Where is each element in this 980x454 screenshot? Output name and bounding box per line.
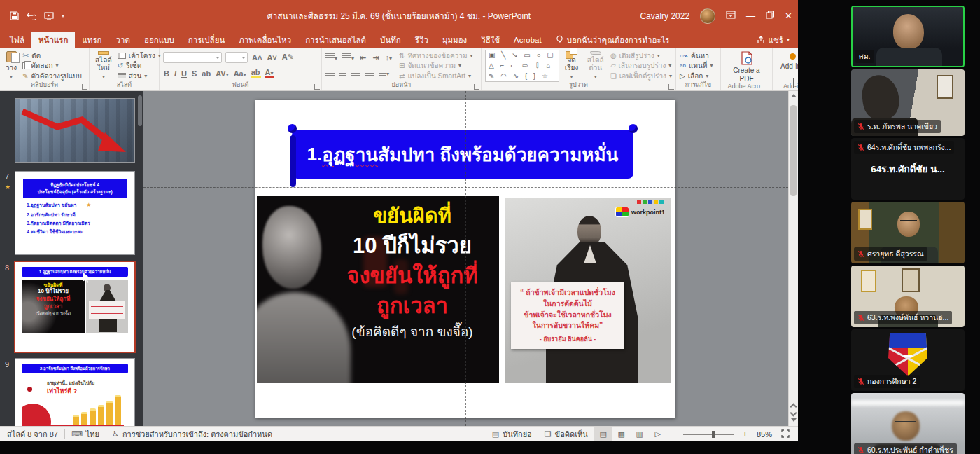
font-color-button[interactable]: A▾ — [265, 68, 274, 78]
minimize-button[interactable]: — — [746, 11, 755, 20]
zoom-out-button[interactable]: − — [667, 429, 678, 439]
quick-styles-button[interactable]: สไตล์ด่วน▾ — [584, 50, 606, 81]
scroll-up-arrow[interactable] — [791, 94, 797, 97]
thumbnail-slide-8-selected[interactable]: 1.อุฏฐานสัมปทา ถึงพร้อมด้วยความหมั่น ขยั… — [15, 262, 134, 352]
select-button[interactable]: ▷เลือก▾ — [680, 71, 713, 81]
confucius-image[interactable]: ขยันผิดที่ 10 ปีก็ไม่รวย จงขยันให้ถูกที่… — [257, 196, 499, 383]
participant-tile-3[interactable]: 64ร.ท.ศักดิ์ชัย น... 64ร.ท.ศักดิ์ชัย นพพ… — [851, 138, 965, 200]
tab-slideshow[interactable]: การนำเสนอสไลด์ — [298, 32, 373, 48]
addins-button[interactable]: Add-ins — [778, 50, 798, 81]
shape-fill-button[interactable]: ◍เติมสีรูปร่าง▾ — [610, 50, 672, 60]
accessibility-indicator[interactable]: ♿การช่วยสำหรับการเข้าถึง: ตรงตามข้อกำหนด — [106, 427, 279, 441]
tab-animations[interactable]: ภาพเคลื่อนไหว — [232, 32, 298, 48]
font-name-box[interactable] — [163, 52, 222, 63]
zoom-level[interactable]: 85% — [750, 427, 778, 441]
drawing-dialog-launcher[interactable] — [668, 84, 674, 90]
convert-smartart-button[interactable]: ⇄แปลงเป็น SmartArt▾ — [399, 71, 473, 81]
tab-help[interactable]: วิธีใช้ — [474, 32, 507, 48]
zoom-slider[interactable] — [683, 434, 734, 435]
italic-button[interactable]: I — [174, 69, 177, 78]
new-slide-button[interactable]: สไลด์ใหม่▾ — [93, 50, 114, 81]
tell-me-box[interactable]: บอกฉันว่าคุณต้องการทำอะไร — [549, 32, 677, 48]
share-button[interactable]: แชร์ ▾ — [748, 32, 798, 48]
restore-button[interactable] — [766, 11, 774, 21]
clipboard-dialog-launcher[interactable] — [82, 84, 88, 90]
cut-button[interactable]: ✂ตัด — [22, 50, 82, 60]
zoom-slider-thumb[interactable] — [712, 431, 715, 438]
tab-record[interactable]: บันทึก — [373, 32, 408, 48]
tab-home[interactable]: หน้าแรก — [31, 32, 75, 48]
replace-button[interactable]: abแทนที่▾ — [680, 61, 713, 71]
participant-tile-2[interactable]: ร.ท. ภัทรพล นาคเขียว — [851, 69, 965, 136]
zoom-in-button[interactable]: + — [739, 429, 750, 439]
tab-acrobat[interactable]: Acrobat — [507, 32, 549, 48]
thumbnail-slide-6[interactable] — [15, 99, 134, 162]
shrink-font-button[interactable]: A˅ — [266, 53, 277, 62]
highlight-color-button[interactable]: ab — [251, 68, 261, 78]
shape-effects-button[interactable]: ❏เอฟเฟ็กต์รูปร่าง▾ — [610, 71, 672, 81]
copy-button[interactable]: คัดลอก▾ — [22, 61, 82, 71]
fit-slide-button[interactable] — [778, 429, 792, 439]
align-right-button[interactable] — [351, 69, 360, 77]
participant-tile-6[interactable]: กองการศึกษา 2 — [851, 329, 965, 391]
align-left-button[interactable] — [326, 69, 335, 77]
text-direction-button[interactable]: ⇅ทิศทางของข้อความ▾ — [399, 50, 473, 60]
tab-insert[interactable]: แทรก — [75, 32, 108, 48]
numbering-button[interactable]: ▾ — [342, 53, 354, 62]
participant-tile-4[interactable]: ศรายุทธ ดีสุวรรณ — [851, 202, 965, 263]
participant-tile-5[interactable]: 63.ร.ท.พงษ์พันธ์ หวานอ่... — [851, 266, 965, 327]
paragraph-dialog-launcher[interactable] — [474, 84, 479, 90]
grow-font-button[interactable]: A˄ — [251, 53, 262, 62]
tab-transitions[interactable]: การเปลี่ยน — [181, 32, 232, 48]
layout-button[interactable]: เค้าโครง▾ — [118, 50, 161, 60]
customize-qat-icon[interactable]: ▾ — [62, 13, 64, 19]
tab-view[interactable]: มุมมอง — [435, 32, 474, 48]
comments-button[interactable]: ❏ข้อคิดเห็น — [538, 427, 594, 441]
font-size-box[interactable] — [225, 52, 248, 63]
language-indicator[interactable]: ⌨ไทย — [65, 427, 106, 441]
participant-tile-7[interactable]: 60.ร.ท.ประพันธ์ กำคำเพ็ชร — [851, 393, 965, 454]
font-dialog-launcher[interactable] — [314, 84, 320, 90]
participant-tile-1[interactable]: ศม. — [851, 6, 965, 67]
underline-button[interactable]: U — [181, 69, 188, 78]
reset-button[interactable]: ↺รีเซ็ต — [118, 61, 161, 71]
arrange-button[interactable]: จัดเรียง▾ — [563, 50, 581, 81]
align-center-button[interactable] — [340, 69, 346, 77]
tab-review[interactable]: รีวิว — [408, 32, 435, 48]
tab-design[interactable]: ออกแบบ — [137, 32, 181, 48]
line-spacing-button[interactable]: ↕▾ — [384, 53, 393, 62]
collapse-ribbon-button[interactable] — [793, 80, 794, 88]
tab-draw[interactable]: วาด — [109, 32, 137, 48]
decrease-indent-button[interactable]: ⇤ — [359, 53, 367, 62]
slide-number-indicator[interactable]: สไลด์ 8 จาก 87 — [6, 427, 64, 441]
shape-outline-button[interactable]: ▱เส้นกรอบรูปร่าง▾ — [610, 61, 672, 71]
slide-sorter-view-button[interactable]: ▦ — [612, 427, 631, 441]
undo-icon[interactable] — [27, 12, 36, 20]
find-button[interactable]: ○⌁ค้นหา — [680, 50, 713, 60]
slide-title-banner[interactable]: 1.อุฏฐานสัมปทา ถึงพร้อมด้วยความหมั่น — [292, 130, 634, 179]
section-button[interactable]: ส่วน▾ — [118, 71, 161, 81]
lincoln-image[interactable]: workpoint1 “ ถ้าข้าพเจ้ามีเวลาแปดชั่วโมง… — [505, 198, 671, 383]
paste-button[interactable]: วาง▾ — [4, 50, 19, 81]
thumbnail-slide-7[interactable]: ทิฏฐธัมมิกัตถประโยชน์ 4 ประโยชน์ปัจจุบัน… — [15, 172, 134, 254]
strikethrough2-button[interactable]: ab — [201, 69, 211, 78]
close-button[interactable]: ✕ — [785, 11, 792, 20]
increase-indent-button[interactable]: ⇥ — [372, 53, 379, 62]
normal-view-button[interactable]: ▤ — [594, 427, 612, 441]
create-pdf-button[interactable]: Create a PDF — [724, 50, 769, 81]
reading-view-button[interactable]: ▥ — [631, 427, 649, 441]
columns-button[interactable]: ▾ — [379, 69, 389, 77]
next-slide-button[interactable] — [790, 410, 797, 417]
tab-file[interactable]: ไฟล์ — [3, 32, 31, 48]
align-text-button[interactable]: ⊞จัดแนวข้อความ▾ — [399, 61, 473, 71]
strikethrough-button[interactable]: S — [191, 69, 197, 78]
start-slideshow-icon[interactable] — [44, 12, 54, 20]
thumbnail-slide-9[interactable]: 2.อารักขสัมปทา ถึงพร้อมด้วยการรักษา อายุ… — [15, 359, 134, 426]
clear-formatting-button[interactable]: A✎ — [281, 53, 295, 62]
scroll-down-arrow[interactable] — [791, 418, 797, 422]
shapes-gallery[interactable]: ▣ ╲ ↘ ▭ ○ ▢ △ ⌐ ⌙ ⇨ ⇩ ⌂ ✎ ◠ ∿ { } ☆ — [485, 50, 559, 82]
ribbon-display-options-icon[interactable] — [726, 11, 736, 21]
bullets-button[interactable]: ▾ — [326, 53, 337, 62]
justify-button[interactable] — [365, 69, 374, 77]
slide-canvas[interactable]: 1.อุฏฐานสัมปทา ถึงพร้อมด้วยความหมั่น ขยั… — [144, 91, 798, 426]
